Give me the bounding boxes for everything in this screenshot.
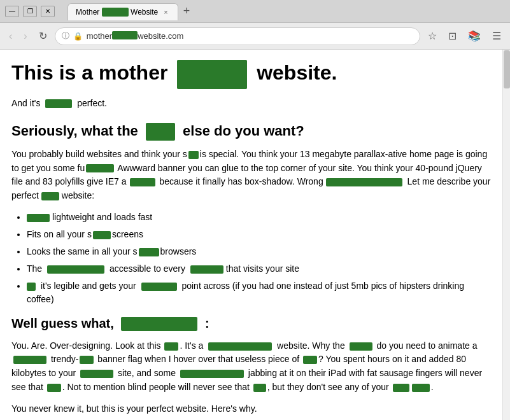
- li5-redact1: [27, 283, 36, 291]
- li4-redact2: [190, 265, 223, 274]
- li4-redact1: [47, 265, 104, 274]
- address-redact: [112, 31, 138, 39]
- new-tab-button[interactable]: +: [178, 2, 195, 20]
- body2-b: . It's a: [180, 340, 206, 351]
- li4-the: The: [27, 263, 45, 274]
- body2-d: do you need to animate a: [374, 340, 478, 351]
- body1f: website:: [62, 190, 94, 200]
- forward-button[interactable]: ›: [20, 28, 31, 45]
- li5-redact2: [141, 283, 177, 291]
- window-controls: — ❐ ✕: [5, 6, 55, 17]
- h2-1-prefix: Seriously, what the: [11, 123, 138, 139]
- body2-k: , but they don't see any of your: [267, 382, 392, 392]
- li1-text: lightweight and loads fast: [52, 212, 152, 222]
- refresh-button[interactable]: ↻: [35, 27, 51, 45]
- section-heading-2: Well guess what, :: [11, 314, 491, 333]
- body3-text: You never knew it, but this is your perf…: [11, 403, 257, 414]
- list-item: lightweight and loads fast: [27, 211, 491, 224]
- body2-period: .: [431, 382, 434, 392]
- body2-redact8: [180, 370, 244, 378]
- h2-2-prefix: Well guess what,: [11, 316, 114, 330]
- main-heading: This is a mother website.: [11, 60, 491, 89]
- feature-list: lightweight and loads fast Fits on all y…: [27, 211, 491, 306]
- h2-1-suffix: else do you want?: [183, 123, 304, 139]
- list-item: it's legible and gets your point across …: [27, 279, 491, 306]
- tab-title-suffix: Website: [131, 8, 158, 17]
- li5-text: it's legible and gets your: [38, 281, 139, 291]
- body2-redact1: [164, 342, 178, 351]
- body1-redact4: [326, 178, 402, 186]
- body-para-1: You probably build websites and think yo…: [11, 148, 491, 203]
- restore-button[interactable]: ❐: [23, 6, 37, 17]
- subtitle: And it's perfect.: [11, 97, 491, 110]
- body2-j: . Not to mention blind people will never…: [62, 382, 252, 392]
- address-bar[interactable]: ⓘ 🔒 mother website.com: [55, 27, 420, 45]
- address-info-icon: ⓘ: [62, 31, 69, 41]
- li4-suffix: that visits your site: [226, 263, 299, 274]
- body2-you: You. Are. Over-designing. Look at this: [11, 340, 163, 351]
- body2-redact11: [393, 384, 409, 392]
- scrollbar-thumb[interactable]: [504, 50, 510, 88]
- section-heading-1: Seriously, what the else do you want?: [11, 120, 491, 141]
- reading-list-button[interactable]: 📚: [464, 27, 485, 45]
- body1-text: You probably build websites and think yo…: [11, 149, 187, 159]
- li1-redact: [27, 214, 50, 222]
- scrollbar-track[interactable]: [502, 50, 510, 420]
- body2-e: trendy-: [48, 354, 78, 364]
- h1-suffix: website.: [257, 61, 337, 84]
- body2-redact5: [80, 356, 94, 364]
- content-area: This is a mother website. And it's perfe…: [0, 50, 510, 420]
- body2-redact3: [350, 342, 372, 351]
- back-button[interactable]: ‹: [5, 28, 16, 45]
- li2-suffix: screens: [112, 229, 143, 239]
- subtitle-redact: [45, 99, 72, 108]
- body2-c: website. Why the: [274, 340, 347, 351]
- h1-redact: [177, 60, 247, 89]
- address-prefix: mother: [87, 31, 112, 41]
- browser-tab[interactable]: Mother Website ×: [67, 3, 178, 20]
- body1-redact2: [86, 164, 114, 172]
- body2-redact6: [303, 356, 317, 364]
- li4-mid: accessible to every: [107, 263, 188, 274]
- body2-h: site, and some: [115, 368, 178, 378]
- list-item: Looks the same in all your s browsers: [27, 245, 491, 258]
- body1d: because it finally has box-shadow. Wrong: [157, 176, 323, 186]
- tab-title-prefix: Mother: [76, 8, 99, 17]
- body2-redact7: [80, 370, 113, 378]
- body1-redact5: [41, 192, 59, 200]
- body-para-3: You never knew it, but this is your perf…: [11, 402, 491, 416]
- body2-redact2: [208, 342, 272, 351]
- h2-2-suffix: :: [205, 316, 209, 330]
- tab-close-button[interactable]: ×: [162, 8, 169, 17]
- h2-2-redact: [121, 317, 197, 331]
- address-lock-icon: 🔒: [73, 32, 83, 41]
- body1-redact3: [130, 178, 155, 186]
- body2-redact9: [47, 384, 61, 392]
- body1-redact1: [188, 151, 199, 159]
- address-suffix: website.com: [138, 31, 183, 41]
- list-item: The accessible to every that visits your…: [27, 262, 491, 276]
- body2-f: banner flag when I hover over that usele…: [95, 354, 302, 364]
- page-content: This is a mother website. And it's perfe…: [0, 50, 502, 420]
- li2-prefix: Fits on all your s: [27, 229, 92, 239]
- pocket-button[interactable]: ⊡: [444, 27, 460, 45]
- li2-redact: [93, 231, 111, 239]
- h2-1-redact: [146, 123, 175, 141]
- title-bar: — ❐ ✕ Mother Website × +: [0, 0, 510, 23]
- subtitle-prefix: And it's: [11, 98, 40, 108]
- h1-prefix: This is a mother: [11, 61, 167, 84]
- li3-prefix: Looks the same in all your s: [27, 246, 138, 256]
- body2-redact10: [253, 384, 266, 392]
- body2-redact12: [412, 384, 430, 392]
- minimize-button[interactable]: —: [5, 6, 19, 17]
- close-button[interactable]: ✕: [41, 6, 55, 17]
- subtitle-suffix: perfect.: [77, 98, 107, 108]
- nav-bar: ‹ › ↻ ⓘ 🔒 mother website.com ☆ ⊡ 📚 ☰: [0, 23, 510, 50]
- bookmark-button[interactable]: ☆: [424, 27, 441, 45]
- address-text: mother website.com: [87, 31, 184, 41]
- tab-title: Mother Website: [76, 8, 158, 17]
- li3-suffix: browsers: [160, 246, 197, 256]
- menu-button[interactable]: ☰: [488, 27, 505, 45]
- tab-strip: Mother Website × +: [55, 2, 505, 20]
- li3-redact: [139, 248, 159, 256]
